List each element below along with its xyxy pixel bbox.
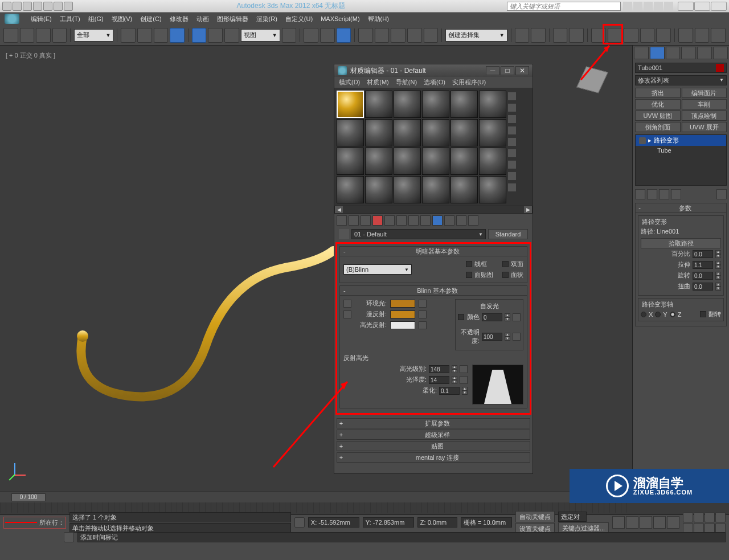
go-to-parent-btn[interactable] [456,215,466,226]
spinner-snap-btn[interactable] [407,28,422,43]
qat-btn[interactable] [2,2,11,11]
tool-btn[interactable] [654,2,663,11]
eye-icon[interactable] [639,137,646,144]
ref-coord-combo[interactable]: 视图▼ [241,29,280,42]
material-name-combo[interactable]: 01 - Default [351,229,486,239]
extended-params-rollout[interactable]: +扩展参数 [337,418,530,428]
menu-mode[interactable]: 模式(D) [339,78,360,87]
rotate-btn[interactable] [208,28,223,43]
time-slider[interactable]: 0 / 100 [0,492,632,502]
show-end-result-btn[interactable] [444,215,454,226]
dialog-maximize[interactable]: □ [501,66,514,75]
qat-btn[interactable] [43,2,52,11]
put-to-scene-btn[interactable] [349,215,359,226]
utilities-tab[interactable] [713,47,728,59]
maps-rollout[interactable]: +贴图 [337,441,530,451]
material-slot[interactable] [450,119,478,146]
rollout-header[interactable]: - 参数 [635,203,727,213]
axis-y-radio[interactable] [655,312,661,317]
mod-btn-uvwunwrap[interactable]: UVW 展开 [682,122,727,132]
menu-help[interactable]: 帮助(H) [368,15,389,23]
help-search-input[interactable] [507,2,621,11]
self-illum-color-check[interactable] [458,314,464,320]
nav-btn[interactable] [705,512,715,522]
qat-btn[interactable] [64,2,73,11]
slot-scrollbar[interactable]: ◀▶ [334,206,533,214]
mod-btn-editpatch[interactable]: 编辑面片 [682,88,727,98]
material-slot[interactable] [450,176,478,203]
dialog-minimize[interactable]: ─ [486,66,499,75]
particle-btn[interactable] [678,28,693,43]
material-slot[interactable] [394,176,421,203]
background-btn[interactable] [507,115,517,124]
rollout-header[interactable]: - 明暗器基本参数 [339,246,527,256]
close-btn[interactable] [711,2,727,11]
glossiness-map-btn[interactable] [460,376,468,384]
material-slot[interactable] [479,148,506,175]
add-time-tag[interactable]: 添加时间标记 [77,532,726,542]
rotation-value[interactable]: 0.0 [693,272,713,280]
select-by-mat-btn[interactable] [507,171,517,181]
object-name-field[interactable]: Tube001 [635,63,727,73]
material-slot[interactable] [337,119,364,146]
show-in-viewport-btn[interactable] [432,215,443,226]
mental-ray-rollout[interactable]: +mental ray 连接 [337,452,530,463]
specular-color[interactable] [390,321,415,329]
put-to-lib-btn[interactable] [408,215,419,226]
tool-btn[interactable] [644,2,653,11]
auto-key-btn[interactable]: 自动关键点 [515,511,555,522]
object-color-swatch[interactable] [716,64,724,72]
select-btn[interactable] [121,28,136,43]
ambient-color[interactable] [390,300,415,308]
snap-btn[interactable] [337,28,351,43]
qat-btn[interactable] [33,2,42,11]
stack-item-pathdeform[interactable]: ▸ 路径变形 [636,135,726,146]
material-editor-btn[interactable] [608,28,622,43]
mod-btn-vertexpaint[interactable]: 顶点绘制 [682,111,727,121]
material-slot[interactable] [337,148,364,175]
schematic-btn[interactable] [591,28,606,43]
material-slot[interactable] [422,119,449,146]
time-tag-icon[interactable] [64,532,74,542]
maximize-btn[interactable] [694,2,710,11]
scale-btn[interactable] [224,28,239,43]
dialog-titlebar[interactable]: 材质编辑器 - 01 - Default ─ □ ✕ [334,64,533,77]
material-slot[interactable] [450,148,478,175]
twist-value[interactable]: 0.0 [693,283,713,291]
material-id-btn[interactable] [420,215,431,226]
menu-views[interactable]: 视图(V) [112,15,133,23]
two-sided-checkbox[interactable]: 双面 [502,260,523,268]
material-slot-1-selected[interactable] [337,91,364,118]
menu-edit[interactable]: 编辑(E) [31,15,52,23]
glossiness-spinner[interactable]: ▲▼ [452,376,457,384]
modifier-stack[interactable]: ▸ 路径变形 Tube [635,134,727,186]
opacity-value[interactable]: 100 [482,333,502,341]
make-preview-btn[interactable] [507,149,517,158]
pin-stack-btn[interactable] [635,189,645,199]
configure-sets-btn[interactable] [716,189,727,199]
mod-btn-extrude[interactable]: 挤出 [635,88,681,98]
key-target[interactable]: 选定对 [558,512,587,522]
pick-material-btn[interactable] [339,229,349,239]
axis-z-radio[interactable] [670,312,675,317]
link-btn[interactable] [36,28,51,43]
material-map-nav-btn[interactable] [507,183,517,192]
menu-modifiers[interactable]: 修改器 [170,15,189,23]
material-slot[interactable] [422,148,449,175]
nav-btn[interactable] [715,512,726,522]
mod-btn-lathe[interactable]: 车削 [682,99,727,109]
play-btn[interactable] [640,516,652,529]
menu-utilities[interactable]: 实用程序(U) [452,78,486,87]
spec-level-value[interactable]: 148 [429,365,449,373]
goto-start-btn[interactable] [612,516,625,529]
menu-maxscript[interactable]: MAXScript(M) [321,15,359,22]
material-slot[interactable] [365,119,392,146]
self-illum-value[interactable]: 0 [482,313,502,321]
spec-level-spinner[interactable]: ▲▼ [452,365,457,373]
sample-uv-btn[interactable] [507,126,517,135]
minimize-btn[interactable] [678,2,694,11]
reset-map-btn[interactable] [372,215,383,226]
viewport-label[interactable]: [ + 0 正交 0 真实 ] [6,51,55,60]
twist-spinner[interactable]: ▲▼ [715,283,721,291]
coord-y[interactable]: Y: -72.853mm [363,517,414,528]
